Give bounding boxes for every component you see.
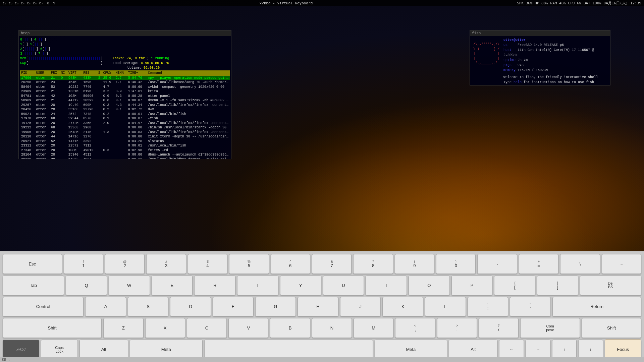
- key-n[interactable]: N: [312, 318, 352, 338]
- fish-window: fish /\,-'''''-,/\ \_) (_/ | | | | '-,__…: [470, 30, 610, 85]
- key-tab[interactable]: Tab: [3, 276, 64, 295]
- key-o[interactable]: O: [409, 276, 450, 295]
- key-r[interactable]: R: [194, 276, 235, 295]
- key-1[interactable]: !1: [64, 254, 103, 274]
- key-shift-right[interactable]: Shift: [582, 318, 641, 338]
- key-tilde[interactable]: ~: [602, 254, 641, 274]
- key-compose[interactable]: Compose: [520, 318, 580, 338]
- key-meta-left[interactable]: Meta: [130, 340, 203, 359]
- col-command: Command: [147, 70, 230, 76]
- key-period[interactable]: >.: [437, 318, 477, 338]
- key-2[interactable]: @2: [105, 254, 145, 274]
- fish-content: /\,-'''''-,/\ \_) (_/ | | | | '-,_____,-…: [470, 36, 610, 85]
- key-space[interactable]: [204, 340, 373, 359]
- key-return[interactable]: Return: [552, 297, 641, 317]
- table-row: 17096otter210943M433MS25.62.75:04.76mpy …: [20, 76, 230, 80]
- key-v[interactable]: V: [228, 318, 268, 338]
- key-0[interactable]: )0: [436, 254, 476, 274]
- key-5[interactable]: %5: [229, 254, 269, 274]
- key-g[interactable]: G: [255, 297, 296, 317]
- key-k[interactable]: K: [382, 297, 423, 317]
- htop-title: htop: [21, 31, 30, 35]
- key-del[interactable]: DelBS: [580, 276, 641, 295]
- table-row: 20426otter2055168237960.20.10:02.72dwm: [20, 107, 230, 112]
- key-p[interactable]: P: [451, 276, 493, 295]
- table-row: 28164otter281534045120:00.00dbus-launch …: [20, 153, 230, 157]
- key-x[interactable]: X: [145, 318, 185, 338]
- key-xvkbd[interactable]: xvkbd: [3, 340, 39, 359]
- key-capslock[interactable]: CapsLock: [41, 340, 77, 359]
- key-j[interactable]: J: [340, 297, 381, 317]
- key-down[interactable]: ↓: [578, 340, 603, 359]
- key-equals[interactable]: +=: [519, 254, 558, 274]
- key-minus[interactable]: -: [477, 254, 517, 274]
- key-u[interactable]: U: [323, 276, 364, 295]
- table-row: 54781otter42103M500960.90.30:00.28otter-…: [20, 94, 230, 99]
- key-alt-left[interactable]: Alt: [79, 340, 128, 359]
- table-row: 23969otter211331M619M3.23.91:47.61krita: [20, 89, 230, 94]
- key-w[interactable]: W: [109, 276, 150, 295]
- col-ni: NI: [60, 70, 67, 76]
- key-lbracket[interactable]: {[: [494, 276, 535, 295]
- htop-header: 0[|| ] 4[|| ] 1[ ] 5[|| ] 2[|||||: [20, 38, 230, 70]
- table-row: 19126otter202772M335M2.00:04.97/usr/loca…: [20, 121, 230, 126]
- key-y[interactable]: Y: [280, 276, 321, 295]
- key-4[interactable]: $4: [188, 254, 227, 274]
- key-f[interactable]: F: [213, 297, 254, 317]
- key-q[interactable]: Q: [66, 276, 107, 295]
- kb-row-bottom: xvkbd CapsLock Alt Meta Meta Alt ← → ↑ ↓…: [3, 340, 641, 359]
- table-row: 23311otter202257273120:00.01/usr/local/b…: [20, 143, 230, 148]
- key-t[interactable]: T: [237, 276, 278, 295]
- key-slash[interactable]: ?/: [479, 318, 519, 338]
- col-s: S: [97, 70, 102, 76]
- key-7[interactable]: &7: [312, 254, 352, 274]
- key-i[interactable]: I: [366, 276, 407, 295]
- key-l[interactable]: L: [425, 297, 466, 317]
- key-backslash[interactable]: \: [560, 254, 600, 274]
- key-esc[interactable]: Esc: [3, 254, 62, 274]
- window-title: xvkbd - Virtual Keyboard: [259, 1, 313, 5]
- key-semicolon[interactable]: :;: [468, 297, 508, 317]
- key-right[interactable]: →: [526, 340, 550, 359]
- key-d[interactable]: D: [170, 297, 211, 317]
- key-control[interactable]: Control: [3, 297, 84, 317]
- htop-titlebar: htop: [19, 31, 231, 36]
- key-h[interactable]: H: [298, 297, 338, 317]
- key-6[interactable]: ^6: [271, 254, 310, 274]
- statusbar: ε₁ ε₂ ε₃ ε₄ ε₅ ε₆ ε₇ 8 9 xvkbd - Virtual…: [0, 0, 644, 6]
- key-meta-right[interactable]: Meta: [375, 340, 447, 359]
- col-virt: VIRT: [67, 70, 82, 76]
- key-shift-left[interactable]: Shift: [3, 318, 102, 338]
- key-z[interactable]: Z: [103, 318, 143, 338]
- workspace-indicators[interactable]: ε₁ ε₂ ε₃ ε₄ ε₅ ε₆ ε₇ 8 9: [3, 1, 55, 5]
- statusbar-left: ε₁ ε₂ ε₃ ε₄ ε₅ ε₆ ε₇ 8 9: [3, 1, 55, 5]
- kb-row-numbers: Esc !1 @2 #3 $4 %5 ^6 &7 *8 (9 )0 - += \…: [3, 254, 641, 274]
- key-up[interactable]: ↑: [552, 340, 577, 359]
- key-alt-right[interactable]: Alt: [449, 340, 497, 359]
- key-s[interactable]: S: [128, 297, 169, 317]
- key-c[interactable]: C: [187, 318, 227, 338]
- key-e[interactable]: E: [152, 276, 193, 295]
- key-m[interactable]: M: [354, 318, 393, 338]
- desktop: ε₁ ε₂ ε₃ ε₄ ε₅ ε₆ ε₇ 8 9 xvkbd - Virtual…: [0, 0, 644, 362]
- key-comma[interactable]: <,: [395, 318, 435, 338]
- fish-titlebar: fish: [470, 31, 610, 36]
- kb-row-qwerty: Tab Q W E R T Y U I O P {[ }] DelBS: [3, 276, 641, 295]
- table-row: 17970otter683954485760.10:00.07-fish: [20, 116, 230, 121]
- key-a[interactable]: A: [85, 297, 126, 317]
- key-9[interactable]: (9: [395, 254, 434, 274]
- key-b[interactable]: B: [270, 318, 310, 338]
- key-3[interactable]: #3: [146, 254, 186, 274]
- table-row: 27348otter20108M490120.30:02.96fcitx5 -r…: [20, 148, 230, 153]
- kb-bottom-label: KB .: [0, 357, 644, 362]
- key-left[interactable]: ←: [499, 340, 524, 359]
- fish-sysinfo: otter@otter os FreeBSD 14.0-RELEASE-p6 h…: [503, 38, 609, 85]
- key-8[interactable]: *8: [353, 254, 393, 274]
- key-focus[interactable]: Focus: [605, 340, 641, 359]
- key-quote[interactable]: "': [510, 297, 551, 317]
- key-rbracket[interactable]: }]: [537, 276, 578, 295]
- htop-window: htop 0[|| ] 4[|| ] 1[ ] 5[||: [18, 30, 231, 159]
- kb-row-zxcv: Shift Z X C V B N M <, >. ?/ Compose Shi…: [3, 318, 641, 338]
- col-res: RES: [82, 70, 97, 76]
- statusbar-right: SPK 36% HP 88% RAM 46% CPU 6% BAT 100% 0…: [517, 1, 641, 6]
